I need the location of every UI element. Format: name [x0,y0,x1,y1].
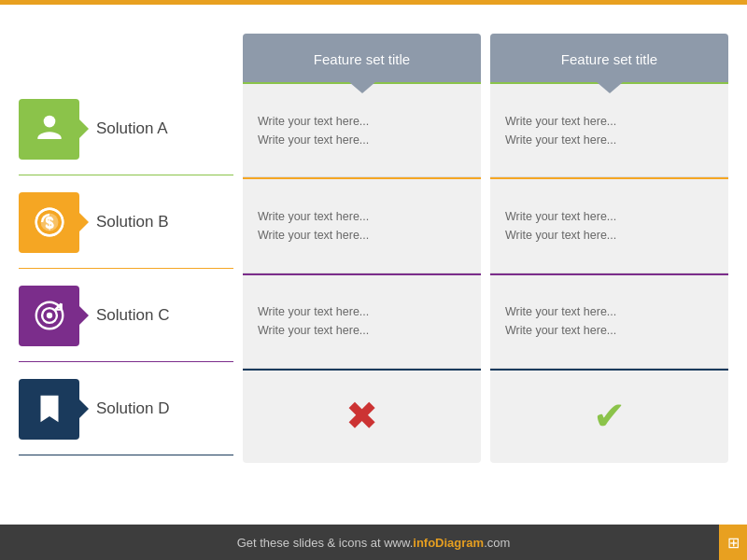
feature-cells-col2: Write your text here...Write your text h… [490,82,728,463]
solution-row-c: Solution C [19,269,233,362]
labels-col: Solution A$$Solution BSolution CSolution… [19,34,233,463]
page-title [0,5,747,29]
feature-cell-col2-2: Write your text here...Write your text h… [490,273,728,369]
feature-cell-col1-3: ✖ [243,369,481,463]
cell-text-line: Write your text here... [505,321,616,340]
cell-text-line: Write your text here... [258,302,369,321]
feature-col-col2: Feature set titleWrite your text here...… [490,34,728,463]
cell-text-line: Write your text here... [505,112,616,131]
solution-line-d [19,455,233,455]
feature-cell-col2-3: ✔ [490,369,728,463]
feature-cell-col1-0: Write your text here...Write your text h… [243,82,481,177]
feature-header-col2: Feature set title [490,34,728,82]
cell-text-line: Write your text here... [258,131,369,149]
feature-cell-col2-1: Write your text here...Write your text h… [490,177,728,273]
solution-label-d: Solution D [96,399,169,418]
check-mark-icon: ✔ [593,397,626,436]
solution-label-a: Solution A [96,119,168,138]
feature-col-col1: Feature set titleWrite your text here...… [243,34,481,463]
solution-label-b: Solution B [96,213,169,231]
solution-row-b: $$Solution B [19,175,233,269]
solution-icon-d [19,379,79,440]
cell-text-line: Write your text here... [505,131,616,149]
solution-icon-b: $$ [19,192,79,253]
solution-row-a: Solution A [19,82,233,175]
feature-cell-col1-2: Write your text here...Write your text h… [243,273,481,369]
cross-mark-icon: ✖ [345,397,378,436]
svg-text:$: $ [45,214,54,232]
feature-cells-col1: Write your text here...Write your text h… [243,82,481,463]
cell-text-line: Write your text here... [505,207,616,226]
cell-text-line: Write your text here... [258,321,369,340]
cell-text-line: Write your text here... [258,226,369,245]
footer-brand: infoDiagram [413,536,484,550]
feature-cols: Feature set titleWrite your text here...… [243,34,728,463]
cell-text-line: Write your text here... [505,226,616,245]
svg-point-8 [46,313,51,318]
footer-square: ⊞ [719,525,747,560]
feature-header-col1: Feature set title [243,34,481,82]
solution-icon-c [19,286,79,346]
footer: Get these slides & icons at www.infoDiag… [0,525,747,560]
feature-cell-col1-1: Write your text here...Write your text h… [243,177,481,273]
footer-icon: ⊞ [727,534,740,552]
feature-cell-col2-0: Write your text here...Write your text h… [490,82,728,177]
cell-text-line: Write your text here... [258,207,369,226]
footer-text: Get these slides & icons at www.infoDiag… [237,536,511,550]
solution-icon-a [19,99,79,160]
solution-label-c: Solution C [96,306,169,325]
cell-text-line: Write your text here... [505,302,616,321]
main-content: Solution A$$Solution BSolution CSolution… [0,34,747,463]
svg-point-0 [43,116,55,128]
solution-row-d: Solution D [19,362,233,455]
cell-text-line: Write your text here... [258,112,369,131]
